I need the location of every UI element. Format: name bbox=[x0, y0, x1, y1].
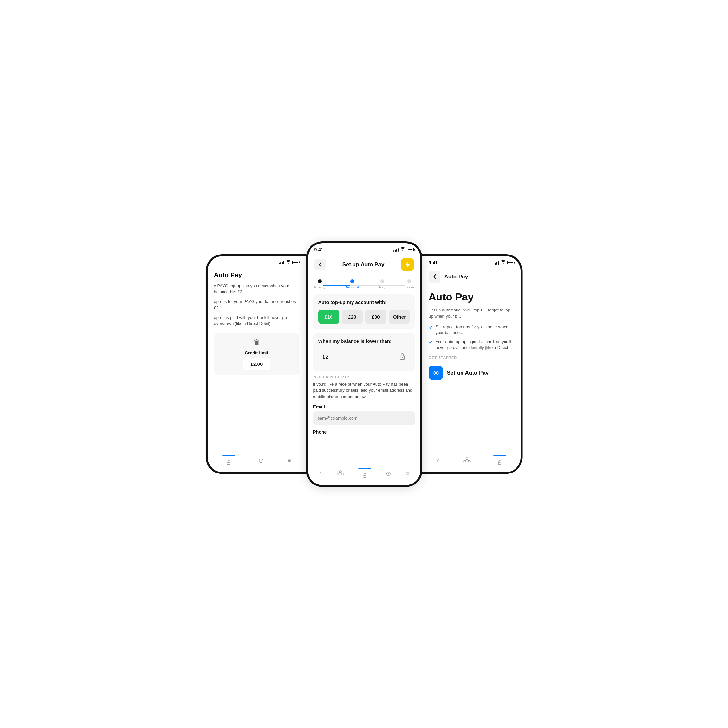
receipt-text: If you'd like a receipt when your Auto P… bbox=[313, 381, 415, 400]
center-content: Auto top-up my account with: £10 £20 £30… bbox=[308, 292, 421, 463]
stepper: Energy Amount Pay Done bbox=[308, 274, 421, 292]
nav-item-billing-left[interactable]: £ bbox=[219, 453, 239, 468]
stepper-steps: Energy Amount Pay Done bbox=[314, 280, 414, 289]
setup-btn-text: Set up Auto Pay bbox=[447, 370, 489, 376]
balance-card: When my balance is lower than: £2 bbox=[313, 333, 415, 371]
balance-card-title: When my balance is lower than: bbox=[318, 338, 410, 344]
nav-indicator-center bbox=[358, 468, 371, 469]
status-bar-right: 9:41 bbox=[422, 256, 521, 268]
billing-icon-left: £ bbox=[227, 459, 231, 466]
back-button-center[interactable] bbox=[314, 259, 326, 271]
battery-icon-right bbox=[507, 261, 514, 264]
signal-icon-center bbox=[393, 248, 399, 252]
step-dot-amount bbox=[350, 280, 354, 283]
svg-line-6 bbox=[341, 472, 342, 474]
step-pay: Pay bbox=[379, 280, 385, 289]
menu-icon-center: ≡ bbox=[406, 470, 410, 477]
balance-value: £2 bbox=[323, 354, 329, 360]
nav-title-center: Set up Auto Pay bbox=[343, 261, 385, 268]
checkmark-2: ✓ bbox=[429, 339, 433, 346]
step-label-done: Done bbox=[405, 285, 414, 289]
credit-limit-label: Credit limit bbox=[245, 350, 268, 355]
amount-btn-20[interactable]: £20 bbox=[342, 309, 363, 324]
action-btn-center[interactable] bbox=[401, 258, 414, 271]
wifi-icon-right bbox=[501, 260, 505, 265]
usage-icon-right bbox=[463, 457, 471, 464]
check-text-2: Your auto top-up is paid ... card, so yo… bbox=[436, 339, 514, 350]
nav-item-home-center[interactable]: ⌂ bbox=[315, 468, 325, 478]
trash-icon[interactable]: 🗑 bbox=[253, 338, 260, 346]
help-icon-center: ⊙ bbox=[386, 470, 392, 477]
setup-btn-icon bbox=[429, 366, 443, 380]
svg-point-1 bbox=[402, 357, 403, 358]
nav-title-right: Auto Pay bbox=[444, 274, 468, 280]
credit-limit-card: 🗑 Credit limit £2.00 bbox=[214, 333, 300, 375]
bottom-nav-right: ⌂ £ bbox=[422, 450, 521, 472]
step-amount: Amount bbox=[346, 280, 359, 289]
status-time-center: 9:41 bbox=[314, 247, 323, 252]
bottom-nav-left: £ ⊙ ≡ bbox=[208, 450, 306, 472]
nav-indicator-right bbox=[493, 455, 506, 456]
nav-item-menu-left[interactable]: ≡ bbox=[284, 455, 294, 465]
nav-indicator-left bbox=[222, 455, 235, 456]
phone-center: 9:41 bbox=[306, 241, 422, 487]
bottom-nav-center: ⌂ £ ⊙ ≡ bbox=[308, 463, 421, 485]
svg-line-11 bbox=[465, 459, 466, 461]
auto-pay-title: Auto Pay bbox=[429, 291, 514, 303]
step-dot-done bbox=[407, 280, 411, 283]
check-item-1: ✓ Set repeat top-ups for yo... meter whe… bbox=[429, 324, 514, 336]
amount-btn-10[interactable]: £10 bbox=[318, 309, 339, 324]
status-bar-center: 9:41 bbox=[308, 243, 421, 255]
signal-icon-left bbox=[279, 260, 284, 264]
receipt-section-label: NEED A RECEIPT? bbox=[313, 375, 415, 379]
step-label-amount: Amount bbox=[346, 285, 359, 289]
lock-icon bbox=[399, 353, 405, 362]
amount-card: Auto top-up my account with: £10 £20 £30… bbox=[313, 294, 415, 329]
amount-btn-other[interactable]: Other bbox=[389, 309, 410, 324]
status-icons-right bbox=[494, 260, 514, 265]
divider-right bbox=[429, 363, 514, 363]
left-content: Auto Pay c PAYG top-ups so you never whe… bbox=[208, 268, 306, 450]
wifi-icon-center bbox=[401, 247, 405, 252]
check-item-2: ✓ Your auto top-up is paid ... card, so … bbox=[429, 339, 514, 350]
credit-limit-value: £2.00 bbox=[243, 358, 271, 370]
scene: Auto Pay c PAYG top-ups so you never whe… bbox=[186, 241, 542, 487]
battery-icon-left bbox=[292, 261, 300, 264]
amount-btn-30[interactable]: £30 bbox=[366, 309, 387, 324]
auto-pay-desc: Set up automatic PAYG top-u... forget to… bbox=[429, 307, 514, 320]
home-icon-center: ⌂ bbox=[318, 470, 322, 477]
check-text-1: Set repeat top-ups for yo... meter when … bbox=[436, 324, 514, 336]
step-label-energy: Energy bbox=[314, 285, 326, 289]
desc-text-3: op-up is paid with your bank ll never go… bbox=[214, 314, 300, 327]
setup-auto-pay-btn[interactable]: Set up Auto Pay bbox=[429, 366, 514, 380]
nav-item-usage-center[interactable] bbox=[333, 468, 347, 478]
status-time-right: 9:41 bbox=[429, 260, 438, 265]
nav-item-home-right[interactable]: ⌂ bbox=[433, 455, 444, 465]
svg-line-5 bbox=[339, 472, 340, 474]
nav-item-help-left[interactable]: ⊙ bbox=[255, 455, 267, 466]
get-started-label: GET STARTED bbox=[429, 356, 514, 359]
step-energy: Energy bbox=[314, 280, 326, 289]
nav-item-menu-center[interactable]: ≡ bbox=[403, 468, 413, 478]
phone-left: Auto Pay c PAYG top-ups so you never whe… bbox=[206, 254, 306, 474]
nav-header-center: Set up Auto Pay bbox=[308, 255, 421, 274]
wifi-icon-left bbox=[286, 260, 291, 265]
signal-icon-right bbox=[494, 261, 499, 265]
back-button-right[interactable] bbox=[429, 271, 440, 283]
nav-item-billing-center[interactable]: £ bbox=[355, 466, 375, 480]
status-icons-center bbox=[393, 247, 414, 252]
page-title-left: Auto Pay bbox=[214, 271, 300, 279]
nav-item-usage-right[interactable] bbox=[460, 455, 474, 465]
desc-text-1: c PAYG top-ups so you never when your ba… bbox=[214, 283, 300, 295]
phone-label: Phone bbox=[313, 430, 415, 435]
nav-item-help-center[interactable]: ⊙ bbox=[382, 468, 395, 479]
email-input[interactable] bbox=[313, 411, 415, 425]
nav-item-billing-right[interactable]: £ bbox=[490, 453, 509, 468]
amount-card-title: Auto top-up my account with: bbox=[318, 300, 410, 305]
step-done: Done bbox=[405, 280, 414, 289]
svg-line-12 bbox=[468, 459, 469, 461]
step-dot-energy bbox=[318, 280, 322, 283]
battery-icon-center bbox=[407, 248, 414, 251]
checkmark-1: ✓ bbox=[429, 324, 433, 330]
right-content: Auto Pay Set up automatic PAYG top-u... … bbox=[422, 286, 521, 450]
